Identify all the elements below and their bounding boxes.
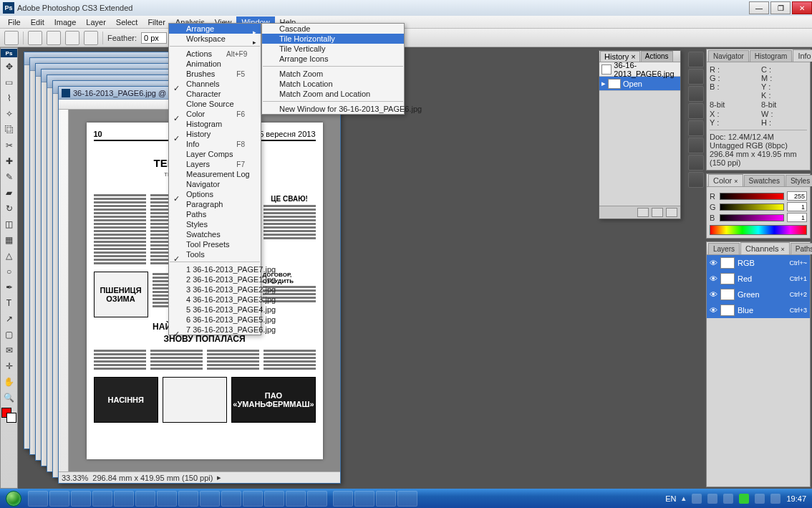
menu-item[interactable]: New Window for 36-16-2013_PAGE6.jpg (262, 104, 404, 114)
menu-item[interactable]: Arrange (169, 24, 261, 34)
g-value[interactable] (787, 202, 807, 211)
palette-button-icon[interactable] (688, 52, 704, 67)
feather-input[interactable] (141, 32, 167, 44)
history-state[interactable]: ▸Open (599, 77, 680, 91)
taskbar-app-icon[interactable] (49, 491, 69, 507)
tray-icon[interactable] (692, 494, 702, 504)
move-tool-icon[interactable]: ✥ (1, 59, 17, 75)
taskbar-app-icon[interactable] (200, 491, 220, 507)
palette-button-icon[interactable] (688, 138, 704, 153)
taskbar-app-icon[interactable] (114, 491, 134, 507)
menu-item[interactable]: Cascade (262, 24, 404, 34)
tab-histogram[interactable]: Histogram (750, 50, 793, 62)
stamp-tool-icon[interactable]: ▰ (1, 185, 17, 201)
menu-item[interactable]: Layer Comps (169, 149, 261, 159)
menu-item[interactable]: Tile Horizontally (262, 34, 404, 44)
color-swatches[interactable] (0, 406, 19, 425)
menu-item[interactable]: Tool Presets (169, 239, 261, 249)
menu-item[interactable]: Tools (169, 249, 261, 259)
slice-tool-icon[interactable]: ✂ (1, 138, 17, 153)
menu-item[interactable]: 4 36-16-2013_PAGE3.jpg (169, 294, 261, 305)
taskbar-app-icon[interactable] (178, 491, 198, 507)
tab-layers[interactable]: Layers (708, 243, 740, 254)
dodge-tool-icon[interactable]: ○ (1, 264, 17, 279)
palette-button-icon[interactable] (688, 155, 704, 171)
subtract-selection-icon[interactable] (65, 31, 79, 45)
palette-button-icon[interactable] (688, 172, 704, 188)
intersect-selection-icon[interactable] (84, 31, 98, 45)
taskbar-app-icon[interactable] (264, 491, 284, 507)
notes-tool-icon[interactable]: ✉ (1, 342, 17, 358)
tray-icon[interactable] (723, 494, 733, 504)
menu-image[interactable]: Image (49, 16, 82, 28)
taskbar-app-icon[interactable] (92, 491, 112, 507)
delete-state-icon[interactable] (666, 208, 677, 217)
menu-item[interactable]: 6 36-16-2013_PAGE5.jpg (169, 315, 261, 325)
spectrum-bar[interactable] (710, 225, 807, 235)
path-tool-icon[interactable]: ↗ (1, 311, 17, 327)
taskbar-app-icon[interactable] (221, 491, 241, 507)
menu-item[interactable]: Workspace (169, 34, 261, 44)
menu-item[interactable]: 7 36-16-2013_PAGE6.jpg (169, 325, 261, 335)
tray-icon[interactable] (739, 494, 749, 504)
close-button[interactable]: ✕ (792, 1, 812, 14)
crop-tool-icon[interactable]: ⿻ (1, 122, 17, 138)
menu-item[interactable]: Paragraph (169, 199, 261, 209)
menu-item[interactable]: Arrange Icons (262, 54, 404, 64)
taskbar-app-icon[interactable] (286, 491, 306, 507)
vertical-ruler[interactable] (59, 110, 69, 471)
tab-navigator[interactable]: Navigator (708, 50, 749, 62)
taskbar-app-icon[interactable] (307, 491, 327, 507)
channel-row[interactable]: 👁BlueCtrl+3 (707, 302, 810, 318)
menu-item[interactable]: Match Zoom and Location (262, 89, 404, 99)
healing-tool-icon[interactable]: ✚ (1, 153, 17, 169)
clock[interactable]: 19:47 (786, 494, 806, 503)
taskbar-app-icon[interactable] (157, 491, 177, 507)
menu-item[interactable]: Channels (169, 79, 261, 89)
menu-item[interactable]: 3 36-16-2013_PAGE2.jpg (169, 284, 261, 294)
menu-item[interactable]: 5 36-16-2013_PAGE4.jpg (169, 305, 261, 315)
menu-item[interactable]: Measurement Log (169, 169, 261, 179)
taskbar-app-icon[interactable] (243, 491, 263, 507)
menu-item[interactable]: ColorF6 (169, 109, 261, 119)
channel-row[interactable]: 👁GreenCtrl+2 (707, 287, 810, 302)
maximize-button[interactable]: ❐ (770, 1, 791, 14)
channel-row[interactable]: 👁RedCtrl+1 (707, 271, 810, 287)
zoom-tool-icon[interactable]: 🔍 (1, 390, 17, 406)
menu-item[interactable]: 2 36-16-2013_PAGE1.jpg (169, 274, 261, 284)
taskbar-app-icon[interactable] (28, 491, 48, 507)
tab-styles[interactable]: Styles (786, 175, 812, 186)
zoom-level[interactable]: 33.33% (62, 474, 88, 482)
menu-filter[interactable]: Filter (142, 16, 170, 28)
eyedropper-tool-icon[interactable]: ✛ (1, 358, 17, 374)
palette-button-icon[interactable] (688, 120, 704, 136)
palette-button-icon[interactable] (688, 69, 704, 85)
blur-tool-icon[interactable]: △ (1, 248, 17, 264)
channel-row[interactable]: 👁RGBCtrl+~ (707, 255, 810, 271)
tray-icon[interactable] (707, 494, 717, 504)
tool-preset-icon[interactable] (4, 31, 19, 45)
menu-item[interactable]: Animation (169, 59, 261, 69)
taskbar-app-icon[interactable] (135, 491, 155, 507)
gradient-tool-icon[interactable]: ▦ (1, 232, 17, 248)
menu-item[interactable]: Styles (169, 219, 261, 229)
eraser-tool-icon[interactable]: ◫ (1, 216, 17, 232)
b-value[interactable] (787, 213, 807, 222)
menu-item[interactable]: LayersF7 (169, 159, 261, 169)
tray-icon[interactable] (770, 494, 780, 504)
palette-button-icon[interactable] (688, 103, 704, 119)
hand-tool-icon[interactable]: ✋ (1, 374, 17, 390)
pen-tool-icon[interactable]: ✒ (1, 279, 17, 295)
taskbar-app-icon[interactable] (376, 491, 396, 507)
menu-item[interactable]: Options (169, 189, 261, 199)
minimize-button[interactable]: — (749, 1, 769, 14)
new-snapshot-icon[interactable] (652, 208, 663, 217)
tab-info[interactable]: Info× (793, 49, 812, 62)
tab-paths[interactable]: Paths (791, 243, 812, 254)
menu-item[interactable]: BrushesF5 (169, 69, 261, 79)
r-value[interactable] (787, 191, 807, 201)
shape-tool-icon[interactable]: ▢ (1, 327, 17, 342)
type-tool-icon[interactable]: T (1, 295, 17, 311)
menu-item[interactable]: History (169, 129, 261, 139)
history-snapshot[interactable]: 36-16-2013_PAGE6.jpg (599, 62, 680, 77)
